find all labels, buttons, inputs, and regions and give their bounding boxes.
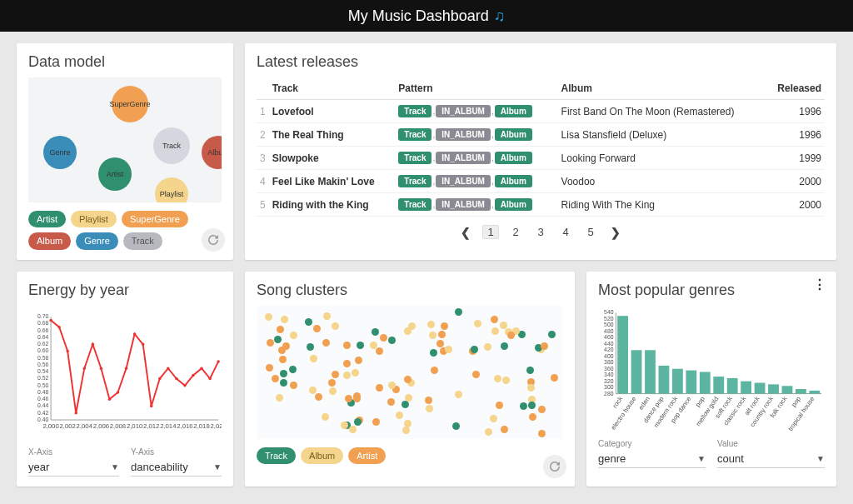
legend-pill[interactable]: Playlist [71,211,117,227]
legend-pill[interactable]: Artist [348,447,386,464]
legend-pill[interactable]: Track [123,232,162,249]
cluster-node [343,342,351,349]
cluster-node [551,374,558,382]
svg-rect-76 [686,370,696,393]
cell-released: 2000 [766,193,825,217]
refresh-button[interactable] [543,455,566,478]
table-row[interactable]: 1LovefoolTrack,IN_ALBUM,AlbumFirst Band … [257,100,825,123]
svg-point-48 [208,377,211,379]
cell-album: Voodoo [558,170,766,193]
card-title: Data model [28,53,222,71]
svg-text:460: 460 [604,334,614,340]
legend-pill[interactable]: Artist [28,211,66,227]
cluster-node [402,427,410,434]
svg-text:520: 520 [604,315,614,321]
cluster-node [431,367,438,374]
svg-rect-94 [809,390,820,393]
cluster-node [507,332,515,339]
caret-down-icon: ▼ [111,462,119,472]
graph-node-album[interactable]: Album [202,136,222,169]
cluster-node [380,334,387,342]
svg-point-30 [57,326,60,328]
value-select[interactable]: count ▼ [717,450,825,468]
cluster-node [313,325,321,332]
legend-pill[interactable]: Album [28,232,71,249]
cluster-node [527,384,535,392]
svg-text:300: 300 [604,384,614,390]
cluster-node [404,420,412,427]
cluster-node [354,418,362,426]
svg-rect-66 [617,316,628,393]
cluster-node [501,342,508,350]
cluster-node [405,394,412,402]
cluster-node [310,355,317,362]
cluster-legend: TrackAlbumArtist [257,447,563,464]
svg-text:2,000: 2,000 [42,422,58,429]
legend-pill[interactable]: Album [301,447,343,464]
table-row[interactable]: 3SlowpokeTrack,IN_ALBUM,AlbumLooking For… [257,147,825,170]
xaxis-select[interactable]: year ▼ [28,458,119,477]
graph-node-genre[interactable]: Genre [43,136,77,169]
cell-album: First Band On The Moon (Remastered) [558,100,766,123]
cluster-diagram[interactable] [257,306,563,439]
cell-album: Riding With The King [558,193,766,217]
svg-text:400: 400 [604,352,614,358]
graph-node-supergenre[interactable]: SuperGenre [112,86,148,122]
yaxis-label: Y-Axis [131,447,222,457]
graph-diagram[interactable]: SuperGenreGenreArtistTrackAlbumPlaylist [28,77,222,202]
graph-node-playlist[interactable]: Playlist [155,177,188,202]
yaxis-select[interactable]: danceability ▼ [131,458,222,477]
cluster-node [548,331,556,338]
table-row[interactable]: 5Riding with the KingTrack,IN_ALBUM,Albu… [257,193,825,217]
cluster-node [265,313,272,321]
cluster-node [402,401,409,408]
pager-page[interactable]: 2 [507,226,524,238]
cluster-node [279,356,287,363]
cell-pattern: Track,IN_ALBUM,Album [395,170,557,193]
line-chart[interactable]: 0.400.420.440.460.480.500.520.540.560.58… [28,306,222,439]
svg-point-35 [100,367,102,369]
table-row[interactable]: 2The Real ThingTrack,IN_ALBUM,AlbumLisa … [257,123,825,147]
category-select[interactable]: genre ▼ [598,450,706,468]
legend-pill[interactable]: Track [257,447,296,464]
graph-node-artist[interactable]: Artist [98,157,132,191]
card-menu-button[interactable]: ⋮ [813,282,826,288]
cluster-node [332,371,339,378]
cell-album: Lisa Stansfield (Deluxe) [558,123,766,147]
svg-point-29 [49,318,52,321]
cluster-node [280,379,287,387]
graph-node-track[interactable]: Track [153,127,190,164]
cluster-node [372,418,380,426]
svg-text:2,006: 2,006 [93,422,109,429]
cluster-node [323,312,331,320]
svg-text:2,016: 2,016 [177,422,192,429]
svg-text:2,014: 2,014 [160,422,177,429]
svg-point-42 [158,377,161,379]
cluster-node [427,321,435,328]
cluster-node [388,337,396,344]
pager: ❮ 1 2 3 4 5 ❯ [257,225,825,239]
pager-prev[interactable]: ❮ [457,226,474,239]
svg-rect-74 [672,368,683,393]
svg-point-37 [117,391,119,393]
pager-page[interactable]: 5 [582,226,599,238]
table-row[interactable]: 4Feel Like Makin' LoveTrack,IN_ALBUM,Alb… [257,170,825,193]
svg-point-33 [83,367,86,369]
bar-chart[interactable]: 2803003203403603804004204404604805005205… [598,306,825,431]
cluster-node [353,395,361,402]
pager-page[interactable]: 3 [532,226,549,238]
pager-page[interactable]: 4 [557,226,574,238]
pager-next[interactable]: ❯ [607,226,624,239]
cluster-node [541,342,548,350]
svg-text:0.50: 0.50 [37,382,48,387]
refresh-button[interactable] [202,228,225,252]
cluster-node [272,375,279,382]
cluster-node [485,428,492,436]
music-note-icon: ♫ [494,7,506,25]
cluster-node [438,331,446,338]
legend-pill[interactable]: SuperGenre [122,211,188,227]
cluster-node [281,316,288,323]
legend-pill[interactable]: Genre [76,232,118,249]
pager-page[interactable]: 1 [482,225,499,239]
cluster-node [445,346,452,353]
